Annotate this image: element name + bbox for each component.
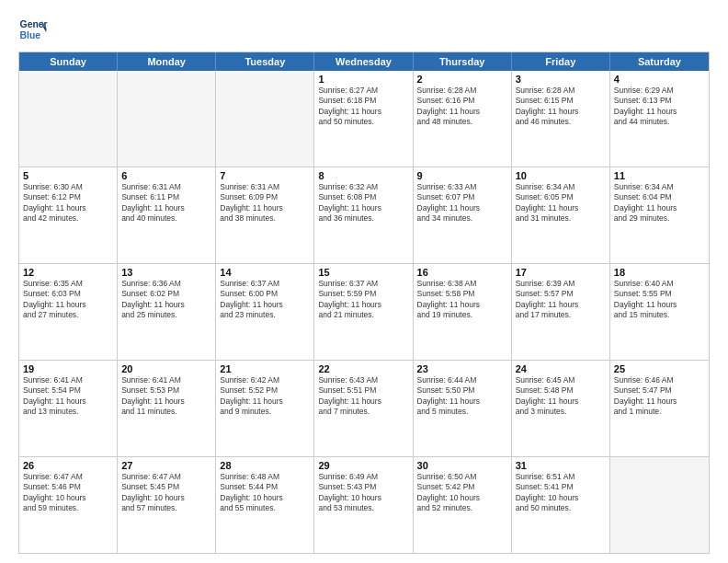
weekday-header: Tuesday — [216, 52, 314, 71]
calendar-cell: 18Sunrise: 6:40 AM Sunset: 5:55 PM Dayli… — [610, 264, 709, 360]
calendar-cell: 26Sunrise: 6:47 AM Sunset: 5:46 PM Dayli… — [19, 457, 118, 553]
day-number: 14 — [220, 267, 310, 278]
cell-info: Sunrise: 6:32 AM Sunset: 6:08 PM Dayligh… — [318, 182, 408, 224]
calendar-cell: 14Sunrise: 6:37 AM Sunset: 6:00 PM Dayli… — [216, 264, 314, 360]
calendar-row: 19Sunrise: 6:41 AM Sunset: 5:54 PM Dayli… — [19, 361, 709, 457]
day-number: 23 — [417, 363, 507, 374]
day-number: 2 — [417, 74, 507, 85]
day-number: 18 — [614, 267, 705, 278]
day-number: 10 — [516, 170, 606, 181]
day-number: 24 — [516, 363, 606, 374]
calendar-cell: 19Sunrise: 6:41 AM Sunset: 5:54 PM Dayli… — [19, 361, 118, 456]
day-number: 7 — [220, 170, 310, 181]
day-number: 27 — [121, 460, 211, 471]
calendar-cell: 31Sunrise: 6:51 AM Sunset: 5:41 PM Dayli… — [512, 457, 610, 553]
calendar-row: 12Sunrise: 6:35 AM Sunset: 6:03 PM Dayli… — [19, 264, 709, 361]
cell-info: Sunrise: 6:38 AM Sunset: 5:58 PM Dayligh… — [417, 279, 507, 321]
cell-info: Sunrise: 6:34 AM Sunset: 6:05 PM Dayligh… — [516, 182, 606, 224]
calendar-cell: 17Sunrise: 6:39 AM Sunset: 5:57 PM Dayli… — [512, 264, 610, 360]
calendar-row: 1Sunrise: 6:27 AM Sunset: 6:18 PM Daylig… — [19, 71, 709, 167]
day-number: 6 — [121, 170, 211, 181]
calendar-row: 26Sunrise: 6:47 AM Sunset: 5:46 PM Dayli… — [19, 457, 709, 553]
calendar-cell: 29Sunrise: 6:49 AM Sunset: 5:43 PM Dayli… — [314, 457, 413, 553]
calendar-cell: 13Sunrise: 6:36 AM Sunset: 6:02 PM Dayli… — [118, 264, 216, 360]
weekday-header: Monday — [118, 52, 216, 71]
day-number: 17 — [516, 267, 606, 278]
cell-info: Sunrise: 6:48 AM Sunset: 5:44 PM Dayligh… — [220, 472, 310, 514]
calendar-cell: 21Sunrise: 6:42 AM Sunset: 5:52 PM Dayli… — [216, 361, 314, 456]
cell-info: Sunrise: 6:47 AM Sunset: 5:46 PM Dayligh… — [23, 472, 113, 514]
day-number: 9 — [417, 170, 507, 181]
calendar-cell: 27Sunrise: 6:47 AM Sunset: 5:45 PM Dayli… — [118, 457, 216, 553]
calendar-cell: 23Sunrise: 6:44 AM Sunset: 5:50 PM Dayli… — [414, 361, 512, 456]
cell-info: Sunrise: 6:49 AM Sunset: 5:43 PM Dayligh… — [318, 472, 408, 514]
weekday-header: Sunday — [19, 52, 118, 71]
calendar-cell: 24Sunrise: 6:45 AM Sunset: 5:48 PM Dayli… — [512, 361, 610, 456]
day-number: 16 — [417, 267, 507, 278]
calendar-cell: 28Sunrise: 6:48 AM Sunset: 5:44 PM Dayli… — [216, 457, 314, 553]
calendar-cell: 5Sunrise: 6:30 AM Sunset: 6:12 PM Daylig… — [19, 167, 118, 263]
calendar-cell: 2Sunrise: 6:28 AM Sunset: 6:16 PM Daylig… — [414, 71, 512, 167]
cell-info: Sunrise: 6:41 AM Sunset: 5:54 PM Dayligh… — [23, 375, 113, 418]
calendar-cell — [216, 71, 314, 167]
cell-info: Sunrise: 6:51 AM Sunset: 5:41 PM Dayligh… — [516, 472, 606, 514]
cell-info: Sunrise: 6:34 AM Sunset: 6:04 PM Dayligh… — [614, 182, 705, 224]
day-number: 3 — [516, 74, 606, 85]
cell-info: Sunrise: 6:28 AM Sunset: 6:16 PM Dayligh… — [417, 86, 507, 128]
day-number: 25 — [614, 363, 705, 374]
header: General Blue — [18, 15, 710, 44]
cell-info: Sunrise: 6:42 AM Sunset: 5:52 PM Dayligh… — [220, 375, 310, 418]
day-number: 1 — [318, 74, 408, 85]
day-number: 21 — [220, 363, 310, 374]
day-number: 20 — [121, 363, 211, 374]
cell-info: Sunrise: 6:37 AM Sunset: 5:59 PM Dayligh… — [318, 279, 408, 321]
calendar-cell: 6Sunrise: 6:31 AM Sunset: 6:11 PM Daylig… — [118, 167, 216, 263]
cell-info: Sunrise: 6:27 AM Sunset: 6:18 PM Dayligh… — [318, 86, 408, 128]
weekday-header: Saturday — [610, 52, 709, 71]
calendar-cell: 8Sunrise: 6:32 AM Sunset: 6:08 PM Daylig… — [314, 167, 413, 263]
cell-info: Sunrise: 6:41 AM Sunset: 5:53 PM Dayligh… — [121, 375, 211, 418]
calendar-header-row: SundayMondayTuesdayWednesdayThursdayFrid… — [19, 52, 709, 71]
day-number: 22 — [318, 363, 408, 374]
calendar-cell — [118, 71, 216, 167]
calendar-cell: 11Sunrise: 6:34 AM Sunset: 6:04 PM Dayli… — [610, 167, 709, 263]
logo-icon: General Blue — [18, 15, 48, 44]
calendar-cell: 12Sunrise: 6:35 AM Sunset: 6:03 PM Dayli… — [19, 264, 118, 360]
cell-info: Sunrise: 6:29 AM Sunset: 6:13 PM Dayligh… — [614, 86, 705, 128]
cell-info: Sunrise: 6:39 AM Sunset: 5:57 PM Dayligh… — [516, 279, 606, 321]
day-number: 11 — [614, 170, 705, 181]
calendar-cell: 4Sunrise: 6:29 AM Sunset: 6:13 PM Daylig… — [610, 71, 709, 167]
day-number: 26 — [23, 460, 113, 471]
cell-info: Sunrise: 6:40 AM Sunset: 5:55 PM Dayligh… — [614, 279, 705, 321]
cell-info: Sunrise: 6:35 AM Sunset: 6:03 PM Dayligh… — [23, 279, 113, 321]
cell-info: Sunrise: 6:43 AM Sunset: 5:51 PM Dayligh… — [318, 375, 408, 418]
calendar-row: 5Sunrise: 6:30 AM Sunset: 6:12 PM Daylig… — [19, 167, 709, 264]
calendar-cell — [610, 457, 709, 553]
day-number: 30 — [417, 460, 507, 471]
day-number: 12 — [23, 267, 113, 278]
cell-info: Sunrise: 6:50 AM Sunset: 5:42 PM Dayligh… — [417, 472, 507, 514]
day-number: 4 — [614, 74, 705, 85]
calendar-cell: 10Sunrise: 6:34 AM Sunset: 6:05 PM Dayli… — [512, 167, 610, 263]
weekday-header: Thursday — [414, 52, 512, 71]
calendar-cell: 15Sunrise: 6:37 AM Sunset: 5:59 PM Dayli… — [314, 264, 413, 360]
calendar-cell: 3Sunrise: 6:28 AM Sunset: 6:15 PM Daylig… — [512, 71, 610, 167]
calendar: SundayMondayTuesdayWednesdayThursdayFrid… — [18, 52, 710, 554]
cell-info: Sunrise: 6:37 AM Sunset: 6:00 PM Dayligh… — [220, 279, 310, 321]
cell-info: Sunrise: 6:36 AM Sunset: 6:02 PM Dayligh… — [121, 279, 211, 321]
day-number: 15 — [318, 267, 408, 278]
calendar-cell: 22Sunrise: 6:43 AM Sunset: 5:51 PM Dayli… — [314, 361, 413, 456]
calendar-cell: 9Sunrise: 6:33 AM Sunset: 6:07 PM Daylig… — [414, 167, 512, 263]
weekday-header: Wednesday — [314, 52, 413, 71]
cell-info: Sunrise: 6:31 AM Sunset: 6:11 PM Dayligh… — [121, 182, 211, 224]
calendar-cell: 1Sunrise: 6:27 AM Sunset: 6:18 PM Daylig… — [314, 71, 413, 167]
logo: General Blue — [18, 15, 48, 44]
day-number: 13 — [121, 267, 211, 278]
day-number: 28 — [220, 460, 310, 471]
cell-info: Sunrise: 6:28 AM Sunset: 6:15 PM Dayligh… — [516, 86, 606, 128]
day-number: 31 — [516, 460, 606, 471]
day-number: 19 — [23, 363, 113, 374]
calendar-cell — [19, 71, 118, 167]
day-number: 8 — [318, 170, 408, 181]
cell-info: Sunrise: 6:33 AM Sunset: 6:07 PM Dayligh… — [417, 182, 507, 224]
